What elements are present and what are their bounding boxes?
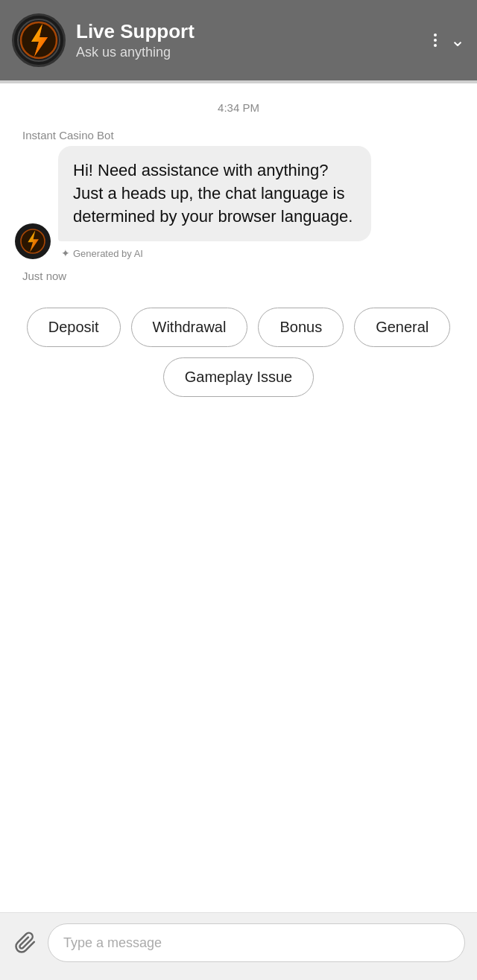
header-actions: ⌄ <box>434 30 465 51</box>
quick-reply-deposit[interactable]: Deposit <box>27 308 121 347</box>
sparkle-icon: ✦ <box>61 247 70 259</box>
quick-reply-bonus[interactable]: Bonus <box>258 308 344 347</box>
bot-message-bubble: Hi! Need assistance with anything? Just … <box>58 146 371 241</box>
bot-sender-name: Instant Casino Bot <box>22 129 462 141</box>
quick-reply-general[interactable]: General <box>354 308 450 347</box>
quick-reply-withdrawal[interactable]: Withdrawal <box>131 308 248 347</box>
message-timestamp: 4:34 PM <box>15 101 462 114</box>
bot-message-row: Hi! Need assistance with anything? Just … <box>15 146 462 259</box>
chat-area: 4:34 PM Instant Casino Bot Hi! Need assi… <box>0 83 477 912</box>
header-logo <box>12 13 66 67</box>
message-time-label: Just now <box>22 270 462 282</box>
chat-spacer <box>15 412 462 897</box>
header-subtitle: Ask us anything <box>76 45 423 60</box>
header-text-block: Live Support Ask us anything <box>76 20 423 60</box>
message-text-input[interactable] <box>48 923 465 962</box>
attach-button[interactable] <box>12 929 39 956</box>
message-input-bar <box>0 912 477 980</box>
bot-bubble-wrapper: Hi! Need assistance with anything? Just … <box>58 146 371 259</box>
ai-label-text: Generated by AI <box>73 248 143 259</box>
quick-replies-container: Deposit Withdrawal Bonus General Gamepla… <box>15 300 462 412</box>
collapse-button[interactable]: ⌄ <box>450 30 465 51</box>
more-options-button[interactable] <box>434 34 437 47</box>
ai-generated-label: ✦ Generated by AI <box>61 247 371 259</box>
chat-header: Live Support Ask us anything ⌄ <box>0 0 477 80</box>
bot-avatar <box>15 223 51 259</box>
header-title: Live Support <box>76 20 423 43</box>
quick-reply-gameplay[interactable]: Gameplay Issue <box>163 357 315 397</box>
